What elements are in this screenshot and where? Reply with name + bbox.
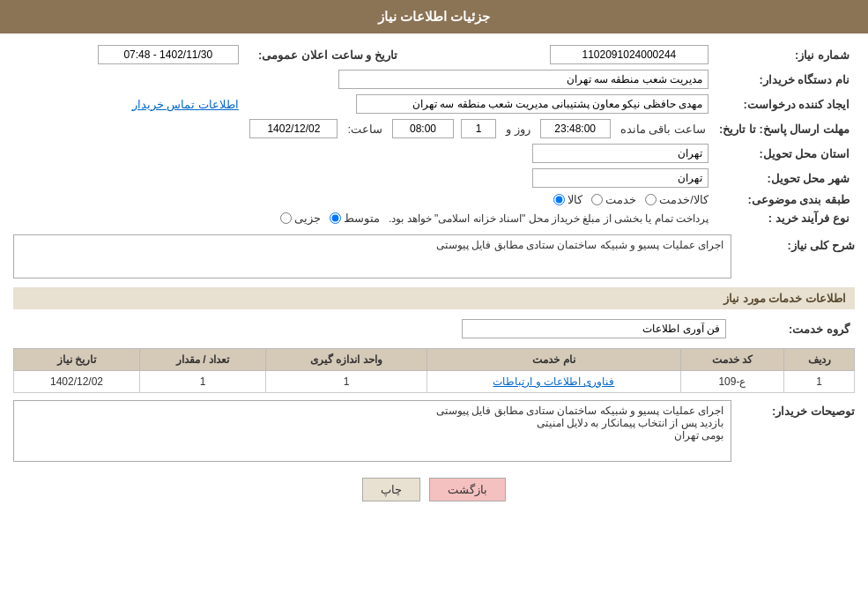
tabaqe-khadamat-radio[interactable]: خدمت xyxy=(591,193,636,206)
shomara-niaz-label: شماره نیاز: xyxy=(714,42,855,67)
mohlat-ersal-label: مهلت ارسال پاسخ: تا تاریخ: xyxy=(714,116,855,141)
section2-title: اطلاعات خدمات مورد نیاز xyxy=(13,287,855,309)
ijad-konande-input[interactable] xyxy=(356,94,708,114)
back-button[interactable]: بازگشت xyxy=(429,478,506,501)
tosif-label: توصیحات خریدار: xyxy=(731,400,855,418)
tabaqe-label: طبقه بندی موضوعی: xyxy=(714,190,855,209)
nooe-farayand-note: پرداخت تمام یا بخشی از مبلغ خریداز محل "… xyxy=(389,212,708,225)
sharh-value: اجرای عملیات پسیو و شبیکه ساختمان ستادی … xyxy=(13,234,731,279)
tabaqe-kala-radio[interactable]: کالا xyxy=(553,193,582,206)
saat-mande-label: ساعت باقی مانده xyxy=(620,123,706,136)
services-table: ردیف کد خدمت نام خدمت واحد اندازه گیری ت… xyxy=(13,348,855,393)
table-row: 1ع-109فناوری اطلاعات و ارتباطات111402/12… xyxy=(14,371,855,393)
col-name: نام خدمت xyxy=(427,349,681,371)
name-dastgah-label: نام دستگاه خریدار: xyxy=(714,67,855,92)
shahr-label: شهر محل تحویل: xyxy=(714,166,855,190)
sharh-label: شرح کلی نیاز: xyxy=(731,234,855,252)
roz-label: روز و xyxy=(506,123,530,136)
buttons-row: بازگشت چاپ xyxy=(13,475,855,504)
shomara-niaz-input[interactable] xyxy=(550,45,708,64)
col-vahed: واحد اندازه گیری xyxy=(265,349,427,371)
ijad-konande-label: ایجاد کننده درخواست: xyxy=(714,92,855,116)
col-tedad: تعداد / مقدار xyxy=(140,349,266,371)
tarikh-elan-label: تاریخ و ساعت اعلان عمومی: xyxy=(244,42,403,67)
saat-input[interactable] xyxy=(392,119,454,138)
ostan-label: استان محل تحویل: xyxy=(714,141,855,166)
name-dastgah-input[interactable] xyxy=(338,70,708,89)
col-kod: کد خدمت xyxy=(680,349,784,371)
ostan-input[interactable] xyxy=(532,144,708,163)
tosif-value: اجرای عملیات پسیو و شبیکه ساختمان ستادی … xyxy=(13,400,731,462)
print-button[interactable]: چاپ xyxy=(362,478,420,501)
col-radif: ردیف xyxy=(784,349,855,371)
group-khadamat-label: گروه خدمت: xyxy=(731,316,855,341)
roz-input[interactable] xyxy=(461,119,496,138)
date-input[interactable] xyxy=(249,119,338,138)
page-header: جزئیات اطلاعات نیاز xyxy=(0,0,868,33)
tabaqe-kala-khadamat-radio[interactable]: کالا/خدمت xyxy=(645,193,708,206)
page-title: جزئیات اطلاعات نیاز xyxy=(378,9,490,24)
group-khadamat-input[interactable] xyxy=(462,319,726,338)
col-tarikh: تاریخ نیاز xyxy=(14,349,140,371)
nooe-farayand-label: نوع فرآیند خرید : xyxy=(714,209,855,227)
etelaat-tamas-link[interactable]: اطلاعات تماس خریدار xyxy=(132,98,239,111)
shahr-input[interactable] xyxy=(532,168,708,188)
time-input[interactable] xyxy=(540,119,611,138)
tarikh-elan-input[interactable] xyxy=(98,45,239,64)
nooe-motevaset-radio[interactable]: متوسط xyxy=(330,212,380,225)
nooe-jozii-radio[interactable]: جزیی xyxy=(280,212,321,225)
saat-label: ساعت: xyxy=(347,123,382,136)
